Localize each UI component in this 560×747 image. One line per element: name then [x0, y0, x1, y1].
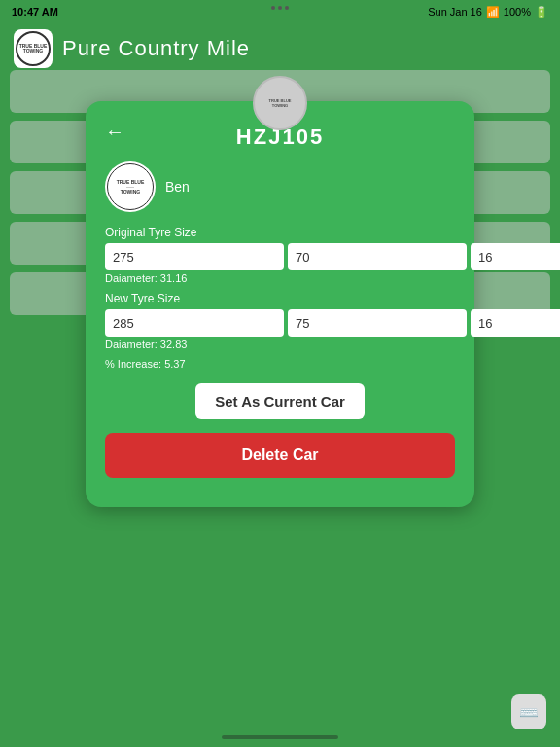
original-tyre-inputs — [105, 243, 455, 270]
card-logo-inner: TRUE BLUE —— TOWING — [107, 163, 154, 210]
car-detail-card: ← HZJ105 TRUE BLUE —— TOWING Ben Origina… — [86, 101, 474, 507]
home-indicator — [222, 735, 338, 739]
new-tyre-inputs — [105, 309, 455, 337]
app-header: TRUE BLUE TOWING Pure Country Mile — [0, 23, 560, 74]
back-button[interactable]: ← — [105, 121, 124, 143]
battery-label: 100% — [504, 6, 531, 18]
original-width-input[interactable] — [105, 243, 284, 270]
avatar: TRUE BLUE TOWING — [253, 76, 307, 130]
status-time: 10:47 AM — [12, 6, 58, 18]
avatar-container: TRUE BLUE TOWING — [253, 76, 307, 130]
new-tyre-label: New Tyre Size — [105, 292, 455, 305]
original-tyre-label: Original Tyre Size — [105, 226, 455, 239]
three-dots-indicator — [271, 6, 289, 10]
original-diameter-text: Daiameter: 31.16 — [105, 272, 455, 284]
app-title: Pure Country Mile — [62, 36, 250, 61]
status-right: Sun Jan 16 📶 100% 🔋 — [428, 6, 548, 18]
keyboard-icon[interactable]: ⌨️ — [511, 694, 546, 729]
day-label: Sun Jan 16 — [428, 6, 482, 18]
battery-icon: 🔋 — [535, 6, 548, 18]
new-profile-input[interactable] — [288, 309, 467, 337]
set-current-car-button[interactable]: Set As Current Car — [195, 383, 365, 419]
wifi-icon: 📶 — [486, 6, 500, 18]
original-rim-input[interactable] — [471, 243, 560, 270]
percent-increase-text: % Increase: 5.37 — [105, 358, 455, 370]
new-width-input[interactable] — [105, 309, 284, 337]
logo-name-row: TRUE BLUE —— TOWING Ben — [105, 161, 455, 212]
new-diameter-text: Daiameter: 32.83 — [105, 338, 455, 350]
app-logo: TRUE BLUE TOWING — [14, 29, 52, 68]
original-profile-input[interactable] — [288, 243, 467, 270]
user-name: Ben — [165, 179, 190, 195]
delete-car-button[interactable]: Delete Car — [105, 433, 455, 478]
card-logo: TRUE BLUE —— TOWING — [105, 161, 156, 212]
app-logo-inner: TRUE BLUE TOWING — [16, 31, 51, 66]
new-rim-input[interactable] — [471, 309, 560, 337]
